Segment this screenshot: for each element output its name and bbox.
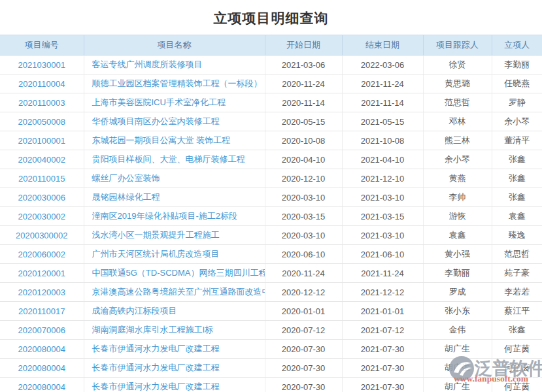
cell-creator: 张鑫 xyxy=(492,150,542,169)
table-row: 2020080004长春市伊通河水力发电厂改建工程2020-07-302021-… xyxy=(0,340,542,359)
cell-id[interactable]: 2020120003 xyxy=(0,283,84,302)
cell-start: 2020-10-08 xyxy=(265,131,342,150)
cell-id[interactable]: 2020030002 xyxy=(0,207,84,226)
cell-end: 2021-11-24 xyxy=(342,264,423,283)
cell-end: 2021-01-01 xyxy=(342,302,423,321)
table-row: 2020110015螺丝厂办公室装饰2020-12-102021-12-10黄燕… xyxy=(0,169,542,188)
cell-start: 2020-11-14 xyxy=(265,93,342,112)
cell-creator: 苑子豪 xyxy=(492,264,542,283)
cell-tracker: 李帅 xyxy=(423,188,492,207)
cell-creator: 何芷茵 xyxy=(492,378,542,392)
table-row: 2020030006晟铭园林绿化工程2020-03-102021-03-10李帅… xyxy=(0,188,542,207)
cell-name[interactable]: 中国联通5G（TD-SCDMA）网络三期四川工程 xyxy=(84,264,265,283)
cell-start: 2020-12-12 xyxy=(265,283,342,302)
cell-name[interactable]: 湖南洞庭湖水库引水工程施工I标 xyxy=(84,321,265,340)
cell-id[interactable]: 2020030006 xyxy=(0,188,84,207)
cell-id[interactable]: 2020110003 xyxy=(0,93,84,112)
cell-tracker: 李勤丽 xyxy=(423,264,492,283)
cell-tracker: 张小东 xyxy=(423,302,492,321)
cell-end: 2021-11-14 xyxy=(342,93,423,112)
cell-name[interactable]: 顺德工业园区档案管理精装饰工程（一标段） xyxy=(84,74,265,93)
column-header-tracker: 项目跟踪人 xyxy=(423,35,492,56)
cell-id[interactable]: 2020070006 xyxy=(0,321,84,340)
cell-end: 2021-04-10 xyxy=(342,150,423,169)
cell-id[interactable]: 2020080004 xyxy=(0,359,84,378)
cell-id[interactable]: 2020100001 xyxy=(0,131,84,150)
table-row: 2020050008华侨城项目南区办公室内装修工程2020-05-152021-… xyxy=(0,112,542,131)
cell-start: 2020-12-10 xyxy=(265,169,342,188)
cell-id[interactable]: 2020050008 xyxy=(0,112,84,131)
cell-name[interactable]: 成渝高铁内江标段项目 xyxy=(84,302,265,321)
table-row: 2020070006湖南洞庭湖水库引水工程施工I标2020-07-122021-… xyxy=(0,321,542,340)
cell-id[interactable]: 2020110017 xyxy=(0,302,84,321)
cell-creator: 张鑫 xyxy=(492,321,542,340)
cell-name[interactable]: 长春市伊通河水力发电厂改建工程 xyxy=(84,359,265,378)
cell-name[interactable]: 京港澳高速公路粤境韶关至广州互通路面改造中 xyxy=(84,283,265,302)
cell-tracker: 徐贤 xyxy=(423,56,492,74)
cell-start: 2020-11-24 xyxy=(265,264,342,283)
cell-name[interactable]: 东城花园一期项目公寓大堂 装饰工程 xyxy=(84,131,265,150)
cell-creator: 任晓燕 xyxy=(492,74,542,93)
table-row: 2020120003京港澳高速公路粤境韶关至广州互通路面改造中2020-12-1… xyxy=(0,283,542,302)
cell-id[interactable]: 2020120001 xyxy=(0,264,84,283)
table-row: 2020040002贵阳项目样板间、大堂、电梯厅装修工程2020-04-1020… xyxy=(0,150,542,169)
cell-start: 2020-05-15 xyxy=(265,112,342,131)
cell-id[interactable]: 2020110004 xyxy=(0,74,84,93)
cell-id[interactable]: 2020040002 xyxy=(0,150,84,169)
cell-id[interactable]: 2021030001 xyxy=(0,56,84,74)
cell-tracker: 熊三林 xyxy=(423,131,492,150)
cell-name[interactable]: 客运专线广州调度所装修项目 xyxy=(84,56,265,74)
page-title: 立项项目明细查询 xyxy=(0,0,542,35)
cell-creator: 何芷茵 xyxy=(492,359,542,378)
cell-creator: 蔡江平 xyxy=(492,302,542,321)
cell-end: 2021-03-10 xyxy=(342,226,423,245)
table-row: 2020110017成渝高铁内江标段项目2020-01-012021-01-01… xyxy=(0,302,542,321)
cell-name[interactable]: 螺丝厂办公室装饰 xyxy=(84,169,265,188)
cell-id[interactable]: 2020080004 xyxy=(0,378,84,392)
cell-end: 2021-06-10 xyxy=(342,245,423,264)
cell-tracker: 范思哲 xyxy=(423,93,492,112)
table-row: 2020110004顺德工业园区档案管理精装饰工程（一标段）2020-11-24… xyxy=(0,74,542,93)
cell-name[interactable]: 华侨城项目南区办公室内装修工程 xyxy=(84,112,265,131)
cell-name[interactable]: 浅水湾小区一期景观提升工程施工 xyxy=(84,226,265,245)
cell-end: 2021-10-08 xyxy=(342,131,423,150)
cell-tracker: 罗成 xyxy=(423,283,492,302)
cell-end: 2021-07-30 xyxy=(342,340,423,359)
cell-end: 2021-11-24 xyxy=(342,74,423,93)
cell-creator: 余小琴 xyxy=(492,112,542,131)
cell-start: 2020-11-24 xyxy=(265,74,342,93)
cell-end: 2021-07-30 xyxy=(342,378,423,392)
cell-id[interactable]: 2020080004 xyxy=(0,340,84,359)
cell-creator: 李若若 xyxy=(492,283,542,302)
table-row: 2020030002潼南区2019年绿化补贴项目-施工2标段2020-03-15… xyxy=(0,207,542,226)
cell-name[interactable]: 潼南区2019年绿化补贴项目-施工2标段 xyxy=(84,207,265,226)
cell-id[interactable]: 20200300002 xyxy=(0,226,84,245)
cell-start: 2020-07-30 xyxy=(265,378,342,392)
cell-id[interactable]: 2020060002 xyxy=(0,245,84,264)
cell-start: 2020-07-12 xyxy=(265,321,342,340)
cell-name[interactable]: 长春市伊通河水力发电厂改建工程 xyxy=(84,378,265,392)
cell-name[interactable]: 广州市天河区统计局机房改造项目 xyxy=(84,245,265,264)
cell-end: 2021-03-15 xyxy=(342,207,423,226)
column-header-name: 项目名称 xyxy=(84,35,265,56)
column-header-end: 结束日期 xyxy=(342,35,423,56)
table-header-row: 项目编号项目名称开始日期结束日期项目跟踪人立项人 xyxy=(0,35,542,56)
cell-creator: 范思哲 xyxy=(492,245,542,264)
column-header-id: 项目编号 xyxy=(0,35,84,56)
cell-start: 2020-03-10 xyxy=(265,188,342,207)
cell-creator: 李勤丽 xyxy=(492,56,542,74)
cell-tracker: 黄思璐 xyxy=(423,74,492,93)
cell-name[interactable]: 上海市美容医院ICU手术室净化工程 xyxy=(84,93,265,112)
projects-table: 项目编号项目名称开始日期结束日期项目跟踪人立项人 2021030001客运专线广… xyxy=(0,35,542,392)
cell-tracker: 袁鑫 xyxy=(423,226,492,245)
cell-end: 2021-12-10 xyxy=(342,169,423,188)
cell-tracker: 金伟 xyxy=(423,321,492,340)
cell-name[interactable]: 晟铭园林绿化工程 xyxy=(84,188,265,207)
table-row: 2021030001客运专线广州调度所装修项目2021-03-062022-03… xyxy=(0,56,542,74)
column-header-start: 开始日期 xyxy=(265,35,342,56)
cell-start: 2020-06-10 xyxy=(265,245,342,264)
cell-name[interactable]: 贵阳项目样板间、大堂、电梯厅装修工程 xyxy=(84,150,265,169)
table-body: 2021030001客运专线广州调度所装修项目2021-03-062022-03… xyxy=(0,56,542,392)
cell-id[interactable]: 2020110015 xyxy=(0,169,84,188)
cell-name[interactable]: 长春市伊通河水力发电厂改建工程 xyxy=(84,340,265,359)
